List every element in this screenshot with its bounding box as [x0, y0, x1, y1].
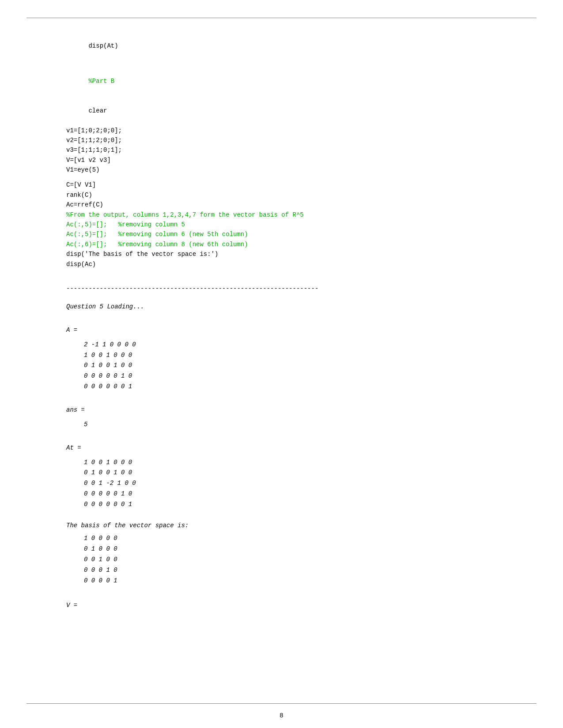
code-Ac: Ac=rref(C) — [66, 201, 103, 208]
ans-label: ans = — [66, 406, 497, 413]
At-row-1: 1 0 0 1 0 0 0 — [66, 458, 497, 468]
code-v3: v3=[1;1;1;0;1]; — [66, 146, 122, 154]
A-row-2: 1 0 0 1 0 0 0 — [66, 350, 497, 361]
At-row-4: 0 0 0 0 0 1 0 — [66, 489, 497, 499]
A-row-3: 0 1 0 0 1 0 0 — [66, 360, 497, 371]
code-v1: v1=[1;0;2;0;0]; — [66, 127, 122, 134]
At-row-3: 0 0 1 -2 1 0 0 — [66, 478, 497, 489]
code-disp-ac: disp(Ac) — [66, 261, 96, 268]
basis-row-5: 0 0 0 0 1 — [66, 576, 497, 586]
basis-row-3: 0 0 1 0 0 — [66, 555, 497, 565]
code-remove-col6: Ac(:,5)=[]; %removing column 6 (new 5th … — [66, 231, 248, 238]
At-row-5: 0 0 0 0 0 0 1 — [66, 499, 497, 510]
page: disp(At) %Part B clear v1=[1;0;2;0;0]; v… — [0, 0, 563, 728]
code-block: disp(At) — [66, 31, 497, 61]
code-disp-basis-label: disp('The basis of the vector space is:'… — [66, 251, 218, 258]
question-loading: Question 5 Loading... — [66, 302, 497, 312]
A-row-4: 0 0 0 0 0 1 0 — [66, 371, 497, 382]
section-divider: ----------------------------------------… — [66, 285, 497, 292]
ans-value: 5 — [66, 420, 497, 430]
top-rule — [26, 18, 537, 18]
basis-label: The basis of the vector space is: — [66, 521, 497, 531]
code-line-1: disp(At) — [88, 42, 118, 49]
code-comment-from: %From the output, columns 1,2,3,4,7 form… — [66, 211, 304, 218]
At-label: At = — [66, 444, 497, 451]
basis-row-4: 0 0 0 1 0 — [66, 565, 497, 576]
code-rankC: rank(C) — [66, 191, 92, 199]
code-clear-line: clear — [88, 107, 107, 114]
V-label: V = — [66, 602, 497, 609]
code-remove-col5: Ac(:,5)=[]; %removing column 5 — [66, 221, 185, 228]
code-V1: V1=eye(5) — [66, 166, 100, 173]
code-clear: clear — [66, 96, 497, 125]
code-part-b: %Part B — [66, 66, 497, 96]
code-remove-col8: Ac(:,6)=[]; %removing column 8 (new 6th … — [66, 241, 248, 248]
page-number: 8 — [280, 712, 283, 719]
code-V: V=[v1 v2 v3] — [66, 157, 111, 164]
basis-row-1: 1 0 0 0 0 — [66, 533, 497, 544]
A-row-1: 2 -1 1 0 0 0 0 — [66, 340, 497, 350]
code-C: C=[V V1] — [66, 181, 96, 188]
bottom-rule — [26, 703, 537, 704]
content: disp(At) %Part B clear v1=[1;0;2;0;0]; v… — [0, 31, 563, 609]
code-v2: v2=[1;1;2;0;0]; — [66, 137, 122, 144]
A-row-5: 0 0 0 0 0 0 1 — [66, 382, 497, 392]
basis-row-2: 0 1 0 0 0 — [66, 544, 497, 555]
A-label: A = — [66, 326, 497, 334]
code-comment-partb: %Part B — [88, 78, 114, 85]
At-row-2: 0 1 0 0 1 0 0 — [66, 468, 497, 478]
